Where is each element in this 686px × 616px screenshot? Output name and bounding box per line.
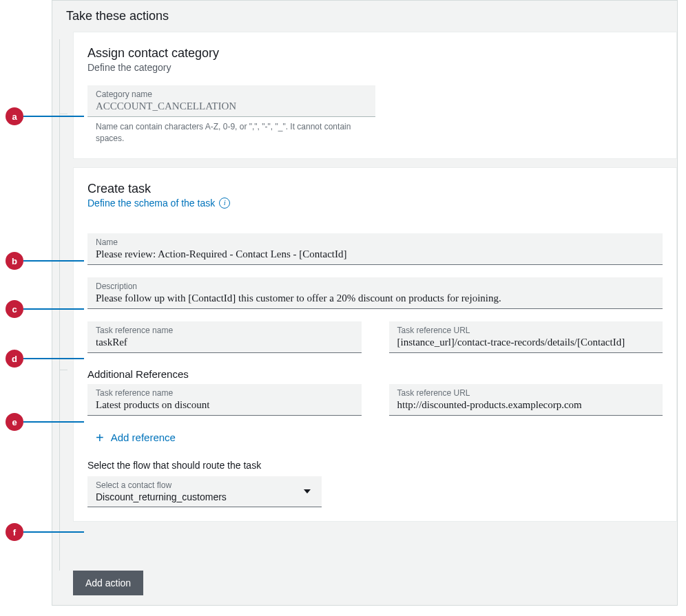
create-task-card: Create task Define the schema of the tas…	[73, 167, 677, 522]
task-ref1-url-label: Task reference URL	[397, 326, 655, 335]
assign-category-card: Assign contact category Define the categ…	[73, 32, 677, 159]
plus-icon: +	[96, 431, 104, 445]
task-name-label: Name	[96, 237, 654, 247]
add-action-button[interactable]: Add action	[73, 571, 143, 595]
callout-b-line	[23, 260, 84, 262]
callout-f-line	[23, 531, 84, 533]
panel-title: Take these actions	[52, 1, 677, 32]
assign-category-title: Assign contact category	[87, 46, 663, 61]
callout-d: d	[6, 350, 23, 368]
category-name-field[interactable]: Category name ACCCOUNT_CANCELLATION	[87, 85, 375, 117]
callout-f: f	[6, 523, 23, 541]
task-ref1-url-value: [instance_url]/contact-trace-records/det…	[397, 337, 655, 348]
tree-tick	[59, 370, 67, 370]
create-task-sub-text: Define the schema of the task	[87, 198, 215, 209]
tree-gutter	[59, 39, 73, 571]
task-ref1-name-value: taskRef	[96, 337, 353, 348]
task-description-value: Please follow up with [ContactId] this c…	[96, 293, 654, 304]
assign-category-sub: Define the category	[87, 62, 663, 73]
category-name-label: Category name	[96, 89, 367, 99]
task-description-field[interactable]: Description Please follow up with [Conta…	[87, 277, 663, 309]
create-task-sub: Define the schema of the task i	[87, 198, 663, 209]
task-ref2-url-field[interactable]: Task reference URL http://discounted-pro…	[389, 384, 663, 416]
task-ref1-name-field[interactable]: Task reference name taskRef	[87, 321, 362, 353]
callout-e-line	[23, 421, 84, 423]
contact-flow-label: Select a contact flow	[96, 480, 313, 490]
callout-e: e	[6, 413, 23, 431]
category-name-helper: Name can contain characters A-Z, 0-9, or…	[87, 117, 375, 145]
category-name-value: ACCCOUNT_CANCELLATION	[96, 100, 367, 112]
callout-d-line	[23, 358, 84, 359]
add-reference-button[interactable]: + Add reference	[96, 431, 176, 445]
contact-flow-select[interactable]: Select a contact flow Discount_returning…	[87, 476, 322, 507]
task-ref2-name-label: Task reference name	[96, 388, 353, 398]
contact-flow-value: Discount_returning_customers	[96, 491, 313, 502]
actions-panel: Take these actions Assign contact catego…	[52, 0, 678, 606]
callout-a: a	[6, 107, 23, 125]
tree-tick	[59, 114, 67, 114]
task-description-label: Description	[96, 282, 654, 291]
info-icon[interactable]: i	[219, 198, 230, 209]
create-task-title: Create task	[87, 182, 663, 196]
task-ref2-url-label: Task reference URL	[397, 388, 655, 398]
flow-prompt: Select the flow that should route the ta…	[87, 460, 663, 471]
task-ref1-url-field[interactable]: Task reference URL [instance_url]/contac…	[389, 321, 663, 353]
add-reference-label: Add reference	[111, 432, 176, 443]
task-ref-row-2: Task reference name Latest products on d…	[87, 384, 663, 416]
callout-a-line	[23, 116, 84, 117]
task-ref2-name-field[interactable]: Task reference name Latest products on d…	[87, 384, 362, 416]
task-ref2-name-value: Latest products on discount	[96, 399, 353, 411]
task-ref2-url-value: http://discounted-products.examplecorp.c…	[397, 399, 655, 411]
callout-b: b	[6, 252, 23, 270]
task-name-field[interactable]: Name Please review: Action-Required - Co…	[87, 233, 663, 265]
additional-references-title: Additional References	[87, 368, 663, 380]
chevron-down-icon	[304, 489, 311, 493]
task-name-value: Please review: Action-Required - Contact…	[96, 248, 654, 260]
callout-c-line	[23, 308, 84, 310]
callout-c: c	[6, 300, 23, 318]
task-ref1-name-label: Task reference name	[96, 326, 353, 335]
task-ref-row-1: Task reference name taskRef Task referen…	[87, 321, 663, 353]
